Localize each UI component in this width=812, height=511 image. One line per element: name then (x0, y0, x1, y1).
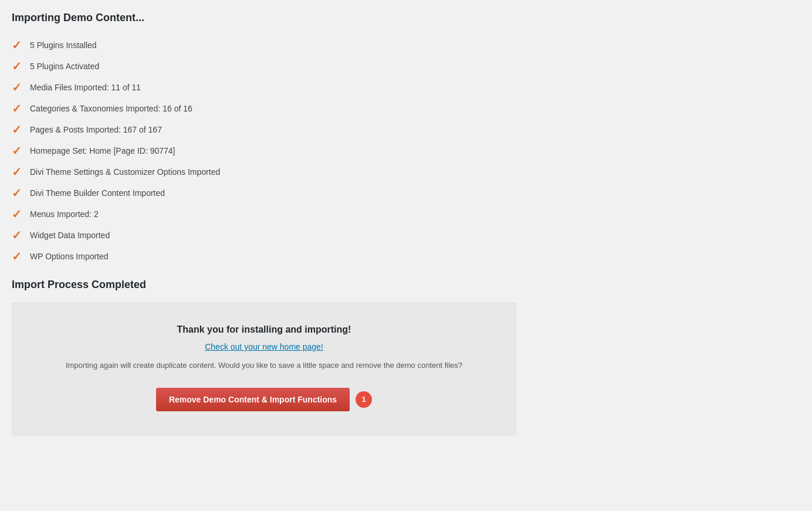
check-icon: ✓ (12, 208, 22, 220)
checklist-item-text: Categories & Taxonomies Imported: 16 of … (30, 104, 192, 113)
remove-button-wrap: Remove Demo Content & Import Functions 1 (36, 388, 492, 411)
duplicate-warning: Importing again will create duplicate co… (36, 360, 492, 371)
checklist-item-media-imported: ✓Media Files Imported: 11 of 11 (12, 77, 800, 98)
check-icon: ✓ (12, 82, 22, 93)
badge-number: 1 (356, 391, 372, 408)
check-icon: ✓ (12, 166, 22, 178)
check-icon: ✓ (12, 229, 22, 241)
checklist-item-theme-settings: ✓Divi Theme Settings & Customizer Option… (12, 161, 800, 182)
checklist-item-plugins-installed: ✓5 Plugins Installed (12, 35, 800, 56)
check-icon: ✓ (12, 251, 22, 262)
checklist-item-text: Divi Theme Builder Content Imported (30, 188, 165, 198)
checklist-item-widget-imported: ✓Widget Data Imported (12, 225, 800, 246)
checklist-item-categories-imported: ✓Categories & Taxonomies Imported: 16 of… (12, 98, 800, 119)
checklist-item-text: Widget Data Imported (30, 231, 110, 240)
checklist-item-builder-content: ✓Divi Theme Builder Content Imported (12, 182, 800, 204)
checklist-item-text: 5 Plugins Activated (30, 62, 99, 71)
check-icon: ✓ (12, 60, 22, 72)
check-icon: ✓ (12, 124, 22, 136)
checklist-item-text: WP Options Imported (30, 252, 109, 261)
checklist-item-text: Menus Imported: 2 (30, 209, 99, 219)
import-checklist: ✓5 Plugins Installed✓5 Plugins Activated… (12, 35, 800, 267)
checklist-item-text: Divi Theme Settings & Customizer Options… (30, 167, 220, 177)
checklist-item-homepage-set: ✓Homepage Set: Home [Page ID: 90774] (12, 140, 800, 161)
checklist-item-plugins-activated: ✓5 Plugins Activated (12, 56, 800, 77)
check-icon: ✓ (12, 103, 22, 114)
check-icon: ✓ (12, 145, 22, 157)
checklist-item-text: Pages & Posts Imported: 167 of 167 (30, 125, 162, 134)
thank-you-text: Thank you for installing and importing! (36, 324, 492, 335)
checklist-item-text: Homepage Set: Home [Page ID: 90774] (30, 146, 175, 155)
completed-title: Import Process Completed (12, 279, 800, 291)
checklist-item-text: Media Files Imported: 11 of 11 (30, 83, 141, 92)
page-title: Importing Demo Content... (12, 12, 800, 24)
check-icon: ✓ (12, 39, 22, 51)
checklist-item-menus-imported: ✓Menus Imported: 2 (12, 204, 800, 225)
check-icon: ✓ (12, 187, 22, 199)
checklist-item-wp-options: ✓WP Options Imported (12, 246, 800, 267)
home-page-link[interactable]: Check out your new home page! (36, 342, 492, 351)
completion-box: Thank you for installing and importing! … (12, 303, 516, 435)
remove-demo-button[interactable]: Remove Demo Content & Import Functions (156, 388, 350, 411)
checklist-item-pages-imported: ✓Pages & Posts Imported: 167 of 167 (12, 119, 800, 140)
checklist-item-text: 5 Plugins Installed (30, 40, 97, 50)
